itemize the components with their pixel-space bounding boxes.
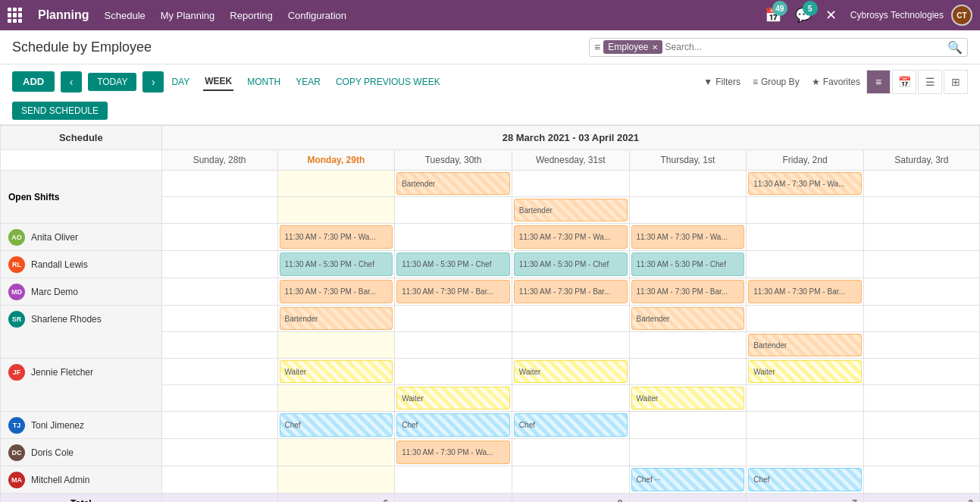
close-icon[interactable]: ✕ [825,7,837,24]
day-cell[interactable] [747,224,864,251]
shift-block[interactable]: Chef [748,468,862,491]
employee-cell[interactable]: DCDoris Cole [1,439,161,466]
day-cell[interactable] [161,251,277,278]
day-cell[interactable]: Bartender [629,306,747,332]
tab-month[interactable]: MONTH [246,73,282,91]
shift-block[interactable]: Bartender [280,307,393,330]
day-cell[interactable] [863,171,979,197]
shift-block[interactable]: 11:30 AM - 5:30 PM - Chef [514,253,628,276]
nav-reporting[interactable]: Reporting [230,10,272,21]
day-cell[interactable]: 11:30 AM - 7:30 PM - Wa... [747,171,864,197]
calendar-view-btn[interactable]: 📅 [892,70,916,94]
list-view-btn[interactable]: ☰ [918,70,942,94]
shift-block[interactable]: 11:30 AM - 7:30 PM - Bar... [631,280,745,303]
day-cell[interactable] [629,412,747,439]
day-cell[interactable]: 11:30 AM - 7:30 PM - Wa... [512,224,629,251]
shift-block[interactable]: Waiter [514,360,628,383]
shift-block[interactable]: 11:30 AM - 7:30 PM - Wa... [631,225,745,249]
shift-block[interactable]: 11:30 AM - 7:30 PM - Bar... [280,280,393,303]
day-cell[interactable]: Chef [512,412,629,439]
day-cell[interactable] [161,197,277,224]
shift-block[interactable]: Bartender [514,199,628,221]
favorites-button[interactable]: ★ Favorites [812,77,860,87]
day-cell[interactable]: Waiter [629,385,747,412]
day-cell[interactable] [277,197,395,224]
tab-year[interactable]: YEAR [294,73,322,91]
day-cell[interactable] [277,385,395,412]
day-cell[interactable] [277,466,395,494]
day-cell[interactable]: Waiter [512,359,629,385]
day-cell[interactable]: Chef [747,466,864,494]
day-cell[interactable] [161,278,277,306]
search-input[interactable] [665,42,947,52]
day-cell[interactable]: Chef ··· [629,466,747,494]
day-cell[interactable]: 11:30 AM - 5:30 PM - Chef [512,251,629,278]
day-cell[interactable] [747,197,864,224]
day-cell[interactable] [395,332,512,359]
add-button[interactable]: ADD [12,71,55,92]
day-cell[interactable] [395,224,512,251]
day-cell[interactable]: 11:30 AM - 7:30 PM - Wa... [629,224,747,251]
tab-day[interactable]: DAY [170,73,191,91]
shift-block[interactable]: 11:30 AM - 7:30 PM - Bar... [748,280,862,303]
shift-block[interactable]: 11:30 AM - 7:30 PM - Wa... [280,225,393,249]
day-cell[interactable] [863,332,979,359]
day-cell[interactable]: Bartender [747,332,864,359]
day-cell[interactable] [395,466,512,494]
shift-block[interactable]: Chef ··· [631,468,745,491]
shift-block[interactable]: Waiter [396,387,510,409]
day-cell[interactable] [277,171,395,197]
shift-block[interactable]: Waiter [280,360,393,383]
shift-block[interactable]: Bartender [748,334,862,356]
day-cell[interactable] [395,306,512,332]
grid-view-btn[interactable]: ⊞ [944,70,968,94]
nav-schedule[interactable]: Schedule [105,10,146,21]
next-button[interactable]: › [142,71,164,93]
day-cell[interactable] [161,385,277,412]
day-cell[interactable] [747,251,864,278]
app-grid-icon[interactable] [8,8,23,23]
day-cell[interactable]: 11:30 AM - 7:30 PM - Bar... [277,278,395,306]
day-cell[interactable] [747,385,864,412]
day-cell[interactable] [863,359,979,385]
send-schedule-button[interactable]: SEND SCHEDULE [12,102,108,120]
day-cell[interactable] [747,306,864,332]
day-cell[interactable]: Waiter [277,359,395,385]
filters-button[interactable]: ▼ Filters [703,77,740,87]
day-cell[interactable]: Bartender [395,171,512,197]
employee-cell[interactable]: JFJennie Fletcher [1,359,161,385]
chat-icon-btn[interactable]: 💬 5 [795,7,812,24]
tab-week[interactable]: WEEK [203,73,233,91]
day-cell[interactable]: 11:30 AM - 7:30 PM - Wa... [277,224,395,251]
shift-block[interactable]: 11:30 AM - 5:30 PM - Chef [631,253,745,276]
shift-block[interactable]: Waiter [748,360,862,383]
day-cell[interactable] [629,439,747,466]
day-cell[interactable] [863,224,979,251]
shift-block[interactable]: Bartender [631,307,745,330]
day-cell[interactable] [863,466,979,494]
group-by-button[interactable]: ≡ Group By [753,77,800,87]
day-cell[interactable] [161,171,277,197]
shift-block[interactable]: 11:30 AM - 5:30 PM - Chef [396,253,510,276]
nav-configuration[interactable]: Configuration [288,10,346,21]
employee-cell[interactable]: MDMarc Demo [1,278,161,305]
day-cell[interactable]: 11:30 AM - 5:30 PM - Chef [395,251,512,278]
prev-button[interactable]: ‹ [61,71,82,93]
employee-cell[interactable]: AOAnita Oliver [1,224,161,250]
employee-cell[interactable]: TJToni Jimenez [1,412,161,438]
day-cell[interactable] [161,466,277,494]
day-cell[interactable] [161,439,277,466]
day-cell[interactable]: 11:30 AM - 7:30 PM - Wa... [395,439,512,466]
day-cell[interactable]: 11:30 AM - 7:30 PM - Bar... [747,278,864,306]
shift-block[interactable]: 11:30 AM - 7:30 PM - Wa... [748,172,862,195]
shift-block[interactable]: 11:30 AM - 7:30 PM - Wa... [396,441,510,464]
nav-my-planning[interactable]: My Planning [161,10,215,21]
search-button[interactable]: 🔍 [947,40,963,55]
day-cell[interactable]: Bartender [277,306,395,332]
day-cell[interactable] [863,412,979,439]
shift-block[interactable]: Bartender [396,172,510,195]
day-cell[interactable]: Bartender [512,197,629,224]
day-cell[interactable] [747,439,864,466]
day-cell[interactable] [629,171,747,197]
shift-block[interactable]: 11:30 AM - 7:30 PM - Wa... [514,225,628,249]
